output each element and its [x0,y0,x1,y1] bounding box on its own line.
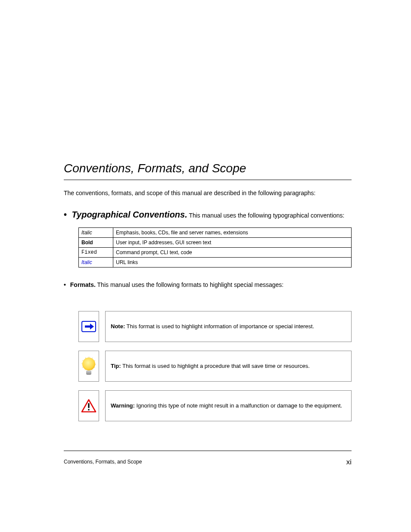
bullet: • [64,281,66,288]
note-label: Note: [111,323,125,330]
note-icon-box [78,311,99,342]
tip-callout: Tip: This format is used to highlight a … [78,351,352,382]
callouts-container: Note: This format is used to highlight i… [78,311,352,421]
content-area: Conventions, Formats, and Scope The conv… [64,162,352,430]
use-cell: URL links [113,258,352,268]
table-row: Bold User input, IP addresses, GUI scree… [79,238,352,248]
svg-rect-2 [88,409,89,411]
callouts-intro: • Formats. This manual uses the followin… [64,280,352,289]
use-cell: User input, IP addresses, GUI screen tex… [113,238,352,248]
document-page: Conventions, Formats, and Scope The conv… [0,0,411,532]
note-body: This format is used to highlight informa… [127,323,314,330]
tip-text-box: Tip: This format is used to highlight a … [105,351,352,382]
arrow-right-icon [81,321,96,332]
footer-page-number: xi [346,458,352,467]
table-row: Italic Emphasis, books, CDs, file and se… [79,228,352,238]
typographical-heading: • Typographical Conventions. This manual… [64,210,352,220]
tip-icon-box [78,351,99,382]
warning-callout: Warning: Ignoring this type of note migh… [78,390,352,421]
footer-left-text: Conventions, Formats, and Scope [64,459,142,465]
footer-rule [64,451,352,451]
typo-intro-text: This manual uses the following typograph… [187,212,345,219]
style-cell: Italic [79,228,113,238]
use-cell: Emphasis, books, CDs, file and server na… [113,228,352,238]
bullet: • [64,210,67,219]
heading-rule [64,180,352,180]
warning-body: Ignoring this type of note might result … [136,402,342,409]
tip-label: Tip: [111,363,121,369]
style-cell: Bold [79,238,113,248]
conventions-tbody: Italic Emphasis, books, CDs, file and se… [79,228,352,268]
warning-label: Warning: [111,402,135,409]
svg-rect-1 [88,403,89,408]
style-cell: Italic [79,258,113,268]
warning-icon-box [78,390,99,421]
table-row: Italic URL links [79,258,352,268]
warning-text-box: Warning: Ignoring this type of note migh… [105,390,352,421]
note-text-box: Note: This format is used to highlight i… [105,311,352,342]
lightbulb-icon [81,358,96,375]
tip-body: This format is used to highlight a proce… [122,363,310,369]
conventions-table: Italic Emphasis, books, CDs, file and se… [78,227,352,268]
formats-label: Formats. [70,281,96,288]
warning-triangle-icon [81,399,97,413]
section-heading: Conventions, Formats, and Scope [64,162,352,175]
style-cell: Fixed [79,248,113,258]
note-callout: Note: This format is used to highlight i… [78,311,352,342]
typo-title-text: Typographical Conventions. [72,210,187,219]
intro-paragraph: The conventions, formats, and scope of t… [64,189,352,198]
callouts-intro-text: This manual uses the following formats t… [97,281,284,288]
use-cell: Command prompt, CLI text, code [113,248,352,258]
table-row: Fixed Command prompt, CLI text, code [79,248,352,258]
